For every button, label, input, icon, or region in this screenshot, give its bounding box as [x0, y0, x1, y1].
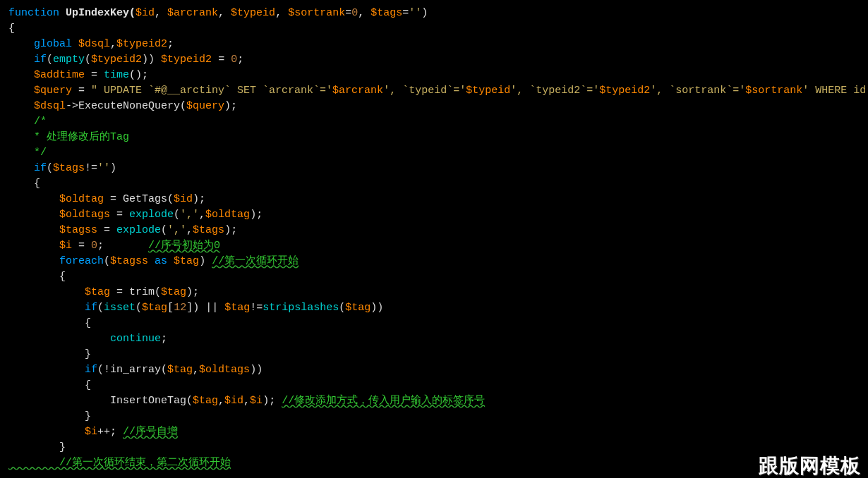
code-line: $i++; //序号自增 — [8, 424, 860, 440]
code-line: } — [8, 440, 860, 455]
code-line: $query = " UPDATE `#@__arctiny` SET `arc… — [8, 83, 860, 99]
code-line: { — [8, 269, 860, 285]
code-line: global $dsql,$typeid2; — [8, 37, 860, 52]
code-line: } — [8, 409, 860, 424]
code-line: //第一次循环结束，第二次循环开始 — [8, 455, 860, 471]
code-line: $tag = trim($tag); — [8, 285, 860, 300]
code-line: } — [8, 347, 860, 362]
code-line: $oldtag = GetTags($id); — [8, 192, 860, 207]
code-line: { — [8, 316, 860, 331]
code-line: $tagss = explode(',',$tags); — [8, 223, 860, 238]
code-line: $dsql->ExecuteNoneQuery($query); — [8, 99, 860, 114]
code-block: function UpIndexKey($id, $arcrank, $type… — [8, 6, 860, 471]
code-line: $addtime = time(); — [8, 68, 860, 83]
code-line: { — [8, 21, 860, 37]
watermark-text: 跟版网模板 — [759, 458, 861, 474]
code-line: /* — [8, 114, 860, 130]
code-line: { — [8, 176, 860, 192]
code-line: $oldtags = explode(',',$oldtag); — [8, 207, 860, 223]
code-line: if(empty($typeid2)) $typeid2 = 0; — [8, 52, 860, 68]
code-line: function UpIndexKey($id, $arcrank, $type… — [8, 6, 860, 21]
code-line: foreach($tagss as $tag) //第一次循环开始 — [8, 254, 860, 269]
code-line: */ — [8, 145, 860, 161]
code-line: if($tags!='') — [8, 161, 860, 176]
code-line: $i = 0; //序号初始为0 — [8, 238, 860, 254]
code-line: { — [8, 378, 860, 393]
code-line: * 处理修改后的Tag — [8, 130, 860, 145]
code-line: if(!in_array($tag,$oldtags)) — [8, 362, 860, 378]
code-line: if(isset($tag[12]) || $tag!=stripslashes… — [8, 300, 860, 316]
code-line: continue; — [8, 331, 860, 347]
code-line: InsertOneTag($tag,$id,$i); //修改添加方式，传入用户… — [8, 393, 860, 409]
